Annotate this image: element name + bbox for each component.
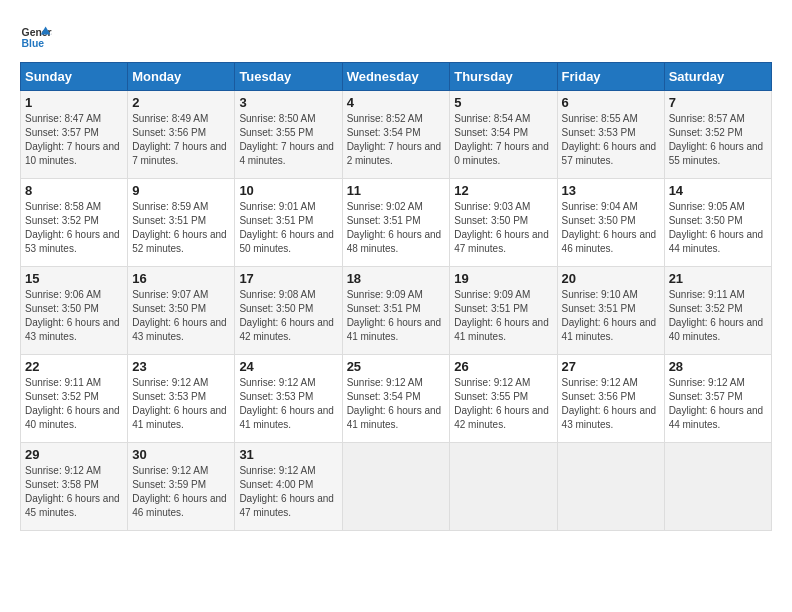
logo-icon: General Blue (20, 20, 52, 52)
day-number: 15 (25, 271, 123, 286)
page-header: General Blue (20, 20, 772, 52)
day-number: 4 (347, 95, 446, 110)
day-number: 19 (454, 271, 552, 286)
col-monday: Monday (128, 63, 235, 91)
table-row: 13 Sunrise: 9:04 AMSunset: 3:50 PMDaylig… (557, 179, 664, 267)
day-info: Sunrise: 8:49 AMSunset: 3:56 PMDaylight:… (132, 113, 227, 166)
day-info: Sunrise: 9:12 AMSunset: 4:00 PMDaylight:… (239, 465, 334, 518)
day-number: 13 (562, 183, 660, 198)
calendar-week-row: 1 Sunrise: 8:47 AMSunset: 3:57 PMDayligh… (21, 91, 772, 179)
table-row: 22 Sunrise: 9:11 AMSunset: 3:52 PMDaylig… (21, 355, 128, 443)
day-number: 28 (669, 359, 767, 374)
calendar-week-row: 22 Sunrise: 9:11 AMSunset: 3:52 PMDaylig… (21, 355, 772, 443)
day-number: 14 (669, 183, 767, 198)
day-number: 21 (669, 271, 767, 286)
day-info: Sunrise: 9:09 AMSunset: 3:51 PMDaylight:… (454, 289, 549, 342)
day-info: Sunrise: 9:10 AMSunset: 3:51 PMDaylight:… (562, 289, 657, 342)
table-row: 16 Sunrise: 9:07 AMSunset: 3:50 PMDaylig… (128, 267, 235, 355)
day-info: Sunrise: 9:11 AMSunset: 3:52 PMDaylight:… (669, 289, 764, 342)
day-info: Sunrise: 9:12 AMSunset: 3:54 PMDaylight:… (347, 377, 442, 430)
table-row: 2 Sunrise: 8:49 AMSunset: 3:56 PMDayligh… (128, 91, 235, 179)
table-row: 21 Sunrise: 9:11 AMSunset: 3:52 PMDaylig… (664, 267, 771, 355)
table-row: 4 Sunrise: 8:52 AMSunset: 3:54 PMDayligh… (342, 91, 450, 179)
table-row: 20 Sunrise: 9:10 AMSunset: 3:51 PMDaylig… (557, 267, 664, 355)
day-number: 16 (132, 271, 230, 286)
calendar-table: Sunday Monday Tuesday Wednesday Thursday… (20, 62, 772, 531)
col-friday: Friday (557, 63, 664, 91)
day-number: 10 (239, 183, 337, 198)
day-number: 17 (239, 271, 337, 286)
table-row (557, 443, 664, 531)
day-info: Sunrise: 9:12 AMSunset: 3:55 PMDaylight:… (454, 377, 549, 430)
day-info: Sunrise: 9:12 AMSunset: 3:53 PMDaylight:… (132, 377, 227, 430)
table-row: 6 Sunrise: 8:55 AMSunset: 3:53 PMDayligh… (557, 91, 664, 179)
table-row: 29 Sunrise: 9:12 AMSunset: 3:58 PMDaylig… (21, 443, 128, 531)
day-info: Sunrise: 9:08 AMSunset: 3:50 PMDaylight:… (239, 289, 334, 342)
table-row: 15 Sunrise: 9:06 AMSunset: 3:50 PMDaylig… (21, 267, 128, 355)
col-tuesday: Tuesday (235, 63, 342, 91)
day-info: Sunrise: 8:57 AMSunset: 3:52 PMDaylight:… (669, 113, 764, 166)
table-row: 19 Sunrise: 9:09 AMSunset: 3:51 PMDaylig… (450, 267, 557, 355)
col-sunday: Sunday (21, 63, 128, 91)
logo: General Blue (20, 20, 52, 52)
day-info: Sunrise: 8:59 AMSunset: 3:51 PMDaylight:… (132, 201, 227, 254)
day-info: Sunrise: 9:04 AMSunset: 3:50 PMDaylight:… (562, 201, 657, 254)
table-row: 14 Sunrise: 9:05 AMSunset: 3:50 PMDaylig… (664, 179, 771, 267)
day-info: Sunrise: 9:11 AMSunset: 3:52 PMDaylight:… (25, 377, 120, 430)
table-row: 28 Sunrise: 9:12 AMSunset: 3:57 PMDaylig… (664, 355, 771, 443)
table-row: 7 Sunrise: 8:57 AMSunset: 3:52 PMDayligh… (664, 91, 771, 179)
day-info: Sunrise: 8:50 AMSunset: 3:55 PMDaylight:… (239, 113, 334, 166)
day-number: 23 (132, 359, 230, 374)
table-row: 31 Sunrise: 9:12 AMSunset: 4:00 PMDaylig… (235, 443, 342, 531)
calendar-week-row: 8 Sunrise: 8:58 AMSunset: 3:52 PMDayligh… (21, 179, 772, 267)
table-row: 25 Sunrise: 9:12 AMSunset: 3:54 PMDaylig… (342, 355, 450, 443)
table-row: 30 Sunrise: 9:12 AMSunset: 3:59 PMDaylig… (128, 443, 235, 531)
day-info: Sunrise: 9:06 AMSunset: 3:50 PMDaylight:… (25, 289, 120, 342)
day-number: 31 (239, 447, 337, 462)
day-info: Sunrise: 9:05 AMSunset: 3:50 PMDaylight:… (669, 201, 764, 254)
day-info: Sunrise: 8:55 AMSunset: 3:53 PMDaylight:… (562, 113, 657, 166)
table-row: 9 Sunrise: 8:59 AMSunset: 3:51 PMDayligh… (128, 179, 235, 267)
day-number: 24 (239, 359, 337, 374)
day-number: 2 (132, 95, 230, 110)
day-info: Sunrise: 9:12 AMSunset: 3:56 PMDaylight:… (562, 377, 657, 430)
day-number: 3 (239, 95, 337, 110)
day-info: Sunrise: 9:12 AMSunset: 3:57 PMDaylight:… (669, 377, 764, 430)
table-row (450, 443, 557, 531)
calendar-body: 1 Sunrise: 8:47 AMSunset: 3:57 PMDayligh… (21, 91, 772, 531)
day-number: 30 (132, 447, 230, 462)
day-number: 26 (454, 359, 552, 374)
col-wednesday: Wednesday (342, 63, 450, 91)
day-info: Sunrise: 9:12 AMSunset: 3:53 PMDaylight:… (239, 377, 334, 430)
day-info: Sunrise: 8:58 AMSunset: 3:52 PMDaylight:… (25, 201, 120, 254)
day-number: 6 (562, 95, 660, 110)
table-row: 27 Sunrise: 9:12 AMSunset: 3:56 PMDaylig… (557, 355, 664, 443)
day-number: 29 (25, 447, 123, 462)
day-info: Sunrise: 9:03 AMSunset: 3:50 PMDaylight:… (454, 201, 549, 254)
day-info: Sunrise: 9:01 AMSunset: 3:51 PMDaylight:… (239, 201, 334, 254)
calendar-week-row: 15 Sunrise: 9:06 AMSunset: 3:50 PMDaylig… (21, 267, 772, 355)
table-row: 17 Sunrise: 9:08 AMSunset: 3:50 PMDaylig… (235, 267, 342, 355)
table-row: 23 Sunrise: 9:12 AMSunset: 3:53 PMDaylig… (128, 355, 235, 443)
day-number: 27 (562, 359, 660, 374)
table-row (664, 443, 771, 531)
table-row: 24 Sunrise: 9:12 AMSunset: 3:53 PMDaylig… (235, 355, 342, 443)
col-saturday: Saturday (664, 63, 771, 91)
col-thursday: Thursday (450, 63, 557, 91)
day-info: Sunrise: 9:12 AMSunset: 3:59 PMDaylight:… (132, 465, 227, 518)
table-row: 3 Sunrise: 8:50 AMSunset: 3:55 PMDayligh… (235, 91, 342, 179)
table-row: 1 Sunrise: 8:47 AMSunset: 3:57 PMDayligh… (21, 91, 128, 179)
day-number: 12 (454, 183, 552, 198)
day-number: 5 (454, 95, 552, 110)
day-info: Sunrise: 8:54 AMSunset: 3:54 PMDaylight:… (454, 113, 549, 166)
day-number: 18 (347, 271, 446, 286)
table-row: 5 Sunrise: 8:54 AMSunset: 3:54 PMDayligh… (450, 91, 557, 179)
day-info: Sunrise: 8:47 AMSunset: 3:57 PMDaylight:… (25, 113, 120, 166)
table-row: 11 Sunrise: 9:02 AMSunset: 3:51 PMDaylig… (342, 179, 450, 267)
day-info: Sunrise: 9:07 AMSunset: 3:50 PMDaylight:… (132, 289, 227, 342)
day-number: 9 (132, 183, 230, 198)
day-info: Sunrise: 9:02 AMSunset: 3:51 PMDaylight:… (347, 201, 442, 254)
table-row (342, 443, 450, 531)
day-number: 8 (25, 183, 123, 198)
table-row: 26 Sunrise: 9:12 AMSunset: 3:55 PMDaylig… (450, 355, 557, 443)
